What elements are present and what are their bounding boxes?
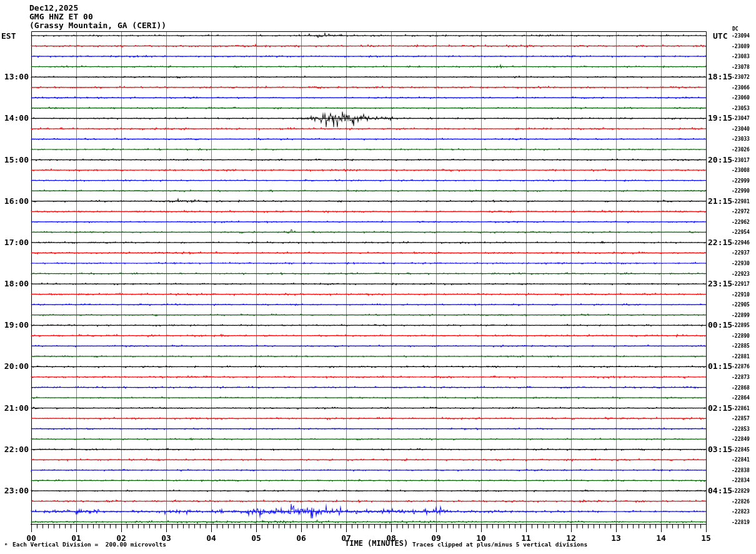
footnote-scale: Each Vertical Division = 200.00 microvol… [12, 541, 166, 548]
trace-count-label: -22841 [732, 457, 750, 463]
trace-count-label: -22954 [732, 229, 750, 235]
utc-hour-label: 18:15 [708, 72, 732, 81]
trace-count-label: -23078 [732, 64, 750, 70]
utc-hour-label: 03:15 [708, 445, 732, 454]
trace-count-label: -23040 [732, 126, 750, 132]
utc-hour-label: 23:15 [708, 279, 732, 288]
utc-hour-label: 04:15 [708, 486, 732, 495]
trace-count-label: -22881 [732, 354, 750, 360]
trace-count-label: -22923 [732, 271, 750, 277]
trace-count-label: -22895 [732, 323, 750, 328]
x-tick-label: 13 [607, 533, 625, 543]
trace-count-label: -22834 [732, 478, 750, 483]
trace-count-label: -22845 [732, 447, 750, 453]
trace-count-label: -23083 [732, 54, 750, 59]
trace-count-label: -23089 [732, 44, 750, 49]
est-hour-label: 13:00 [0, 72, 29, 81]
trace-count-label: -22873 [732, 375, 750, 380]
trace-count-label: -23033 [732, 136, 750, 142]
trace-count-label: -22905 [732, 302, 750, 308]
utc-hour-label: 20:15 [708, 155, 732, 164]
est-hour-label: 17:00 [0, 238, 29, 247]
trace-count-label: -23047 [732, 116, 750, 121]
x-tick-label: 05 [247, 533, 265, 543]
trace-count-label: -22937 [732, 250, 750, 256]
utc-hour-label: 21:15 [708, 196, 732, 206]
trace-count-label: -22917 [732, 281, 750, 287]
est-hour-label: 21:00 [0, 403, 29, 413]
trace-count-label: -22990 [732, 188, 750, 194]
trace-count-label: -23066 [732, 85, 750, 91]
x-axis-title: TIME (MINUTES) [345, 539, 408, 548]
utc-hour-label: 00:15 [708, 320, 732, 330]
trace-count-label: -22826 [732, 499, 750, 505]
trace-count-label: -22876 [732, 364, 750, 370]
est-hour-label: 20:00 [0, 361, 29, 371]
trace-count-label: -22829 [732, 488, 750, 494]
trace-count-label: -22864 [732, 395, 750, 401]
utc-hour-label: 01:15 [708, 361, 732, 371]
trace-count-label: -22853 [732, 426, 750, 432]
est-hour-label: 15:00 [0, 155, 29, 164]
dc-label: DC [732, 26, 739, 32]
trace-count-label: -23053 [732, 106, 750, 111]
trace-count-label: -22981 [732, 199, 750, 204]
trace-count-label: -22885 [732, 343, 750, 349]
trace-count-label: -22823 [732, 509, 750, 515]
trace-count-label: -22849 [732, 436, 750, 442]
title-station: GMG HNZ ET 00 [29, 13, 93, 21]
x-tick-label: 06 [292, 533, 310, 543]
est-hour-label: 19:00 [0, 320, 29, 330]
utc-hour-label: 22:15 [708, 238, 732, 247]
trace-count-label: -22962 [732, 219, 750, 225]
trace-count-label: -23008 [732, 168, 750, 173]
trace-count-label: -22861 [732, 406, 750, 411]
trace-count-label: -22890 [732, 333, 750, 339]
trace-count-label: -22838 [732, 468, 750, 473]
title-date: Dec12,2025 [29, 4, 78, 13]
footnote-clip: Traces clipped at plus/minus 5 vertical … [412, 541, 587, 548]
trace-count-label: -22899 [732, 313, 750, 318]
trace-count-label: -23094 [732, 33, 750, 39]
trace-count-label: -22819 [732, 520, 750, 525]
trace-count-label: -22930 [732, 261, 750, 266]
trace-count-label: -22868 [732, 385, 750, 391]
trace-count-label: -23017 [732, 158, 750, 163]
trace-count-label: -22946 [732, 240, 750, 246]
utc-hour-label: 02:15 [708, 403, 732, 413]
trace-count-label: -22972 [732, 209, 750, 214]
corner-mark: ₘ [4, 540, 7, 546]
est-hour-label: 18:00 [0, 279, 29, 288]
est-hour-label: 23:00 [0, 486, 29, 495]
trace-count-label: -22857 [732, 416, 750, 421]
est-hour-label: 16:00 [0, 196, 29, 206]
x-tick-label: 04 [202, 533, 220, 543]
est-hour-label: 14:00 [0, 113, 29, 123]
x-tick-label: 14 [652, 533, 670, 543]
title-location: (Grassy Mountain, GA (CERI)) [29, 21, 166, 30]
seismogram-plot [0, 0, 756, 554]
trace-count-label: -22999 [732, 178, 750, 184]
left-axis-header: EST [1, 31, 16, 41]
trace-count-label: -23026 [732, 147, 750, 153]
utc-hour-label: 19:15 [708, 113, 732, 123]
trace-count-label: -22910 [732, 292, 750, 298]
trace-count-label: -23060 [732, 95, 750, 101]
trace-count-label: -23072 [732, 74, 750, 80]
x-tick-label: 15 [697, 533, 715, 543]
right-axis-header: UTC [713, 31, 727, 41]
est-hour-label: 22:00 [0, 445, 29, 454]
